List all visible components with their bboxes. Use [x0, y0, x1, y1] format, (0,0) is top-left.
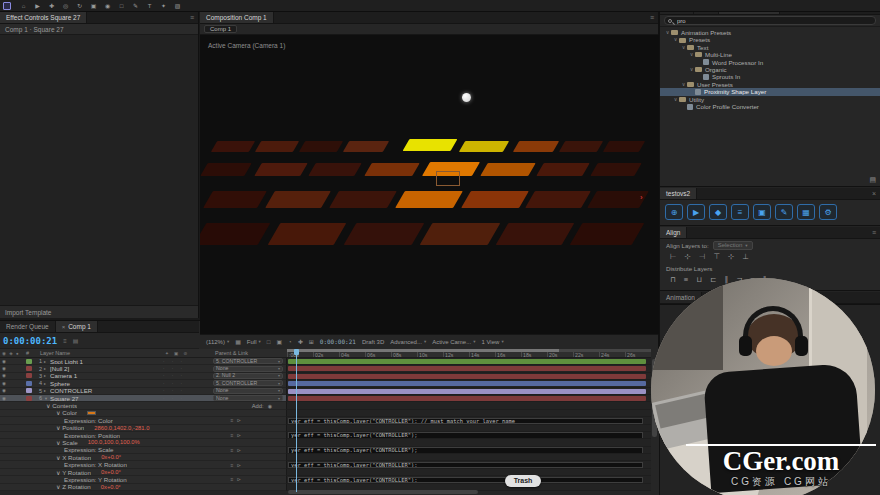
timeline-row[interactable]: ◉1▸Spot Light 1· · ·5. CONTROLLER▾	[0, 358, 651, 365]
comp-tile[interactable]	[364, 163, 420, 176]
comp-tile[interactable]	[254, 163, 308, 176]
tab-effect-controls[interactable]: Effect Controls Square 27	[0, 12, 87, 23]
color-swatch[interactable]	[87, 411, 96, 415]
magnification-menu[interactable]: (112%)▾	[206, 339, 229, 345]
comp-tile[interactable]	[480, 163, 536, 176]
timeline-row[interactable]: Expression: Y Rotation≡ ⊳yer eff = thisC…	[0, 476, 651, 483]
pen-icon[interactable]: ✎	[775, 204, 793, 220]
av-toggles[interactable]: ◉	[0, 366, 26, 371]
comp-tile[interactable]	[559, 141, 603, 152]
parent-dropdown[interactable]: 5. CONTROLLER▾	[213, 358, 283, 364]
timeline-row[interactable]: ∨ Position2860.0,1402.0,-281.0	[0, 425, 651, 432]
resolution-menu[interactable]: Full▾	[247, 339, 261, 345]
pen-tool-icon[interactable]: ✎	[131, 1, 140, 11]
renderer-menu[interactable]: Advanced...▾	[390, 339, 426, 345]
timeline-row[interactable]: Expression: Color≡ ⊳yer eff = thisComp.l…	[0, 417, 651, 424]
comp-tile[interactable]	[308, 163, 362, 176]
layer-switches[interactable]: · · ·	[163, 388, 213, 393]
align-left-icon[interactable]: ⊢	[670, 252, 677, 262]
align-right-icon[interactable]: ⊣	[699, 252, 706, 262]
timeline-row[interactable]: ∨ Y Rotation0x+0.0°	[0, 469, 651, 476]
camera-view-menu[interactable]: Active Came...▾	[432, 339, 475, 345]
tree-item[interactable]: ∨Animation Presets	[660, 29, 880, 36]
layer-duration-bar[interactable]	[288, 389, 646, 394]
align-target-dropdown[interactable]: Selection ▾	[713, 241, 753, 250]
align-top-icon[interactable]: ⊤	[713, 252, 720, 262]
layer-duration-bar[interactable]	[288, 374, 646, 379]
tree-item[interactable]: ∨Utility	[660, 96, 880, 103]
add-icon[interactable]: ⊕	[665, 204, 683, 220]
timeline-row[interactable]: ∨ Scale100.0,100.0,100.0%	[0, 439, 651, 446]
label-color[interactable]	[26, 359, 32, 364]
layers-icon[interactable]: ▣	[753, 204, 771, 220]
layer-switches[interactable]: · · ·	[163, 366, 213, 371]
exposure-icon[interactable]: ✚	[298, 338, 303, 345]
expression-field[interactable]: yer eff = thisComp.layer("CONTROLLER"); …	[288, 418, 643, 424]
panel-menu-icon[interactable]: ≡	[646, 12, 658, 23]
comp-tile[interactable]	[268, 223, 347, 245]
timeline-row[interactable]: Expression: X Rotation≡ ⊳yer eff = thisC…	[0, 461, 651, 468]
expression-icons[interactable]: ≡ ⊳	[231, 417, 243, 423]
current-time-display[interactable]: 0:00:00:21	[3, 336, 57, 346]
timeline-tab-comp-1[interactable]: ×Comp 1	[56, 321, 98, 332]
home-tool-icon[interactable]: ⌂	[19, 1, 28, 11]
tree-item[interactable]: ∨Multi-Line	[660, 51, 880, 58]
new-preset-icon[interactable]: ▤	[869, 176, 876, 184]
label-color[interactable]	[26, 396, 32, 401]
expression-field[interactable]: yer eff = thisComp.layer("CONTROLLER");	[288, 477, 643, 483]
comp-tile[interactable]	[603, 141, 645, 152]
timeline-row[interactable]: ◉5▸CONTROLLER· · ·None▾	[0, 388, 651, 395]
label-color[interactable]	[26, 381, 32, 386]
draft-3d-toggle[interactable]: Draft 3D	[362, 339, 384, 345]
layer-duration-bar[interactable]	[288, 359, 646, 364]
timeline-row[interactable]: ◉3▸Camera 1· · ·2. Null 2▾	[0, 373, 651, 380]
close-icon[interactable]: ×	[62, 324, 66, 330]
parent-dropdown[interactable]: None▾	[213, 395, 283, 401]
layer-duration-bar[interactable]	[288, 396, 646, 401]
comp-tile[interactable]	[395, 191, 463, 208]
timeline-row[interactable]: ◉6▼Square 27· · ·None▾	[0, 395, 651, 402]
add-button[interactable]: ◉	[268, 403, 272, 409]
label-color[interactable]	[26, 388, 32, 393]
timeline-row[interactable]: ◉4▸Sphere· · ·5. CONTROLLER▾	[0, 380, 651, 387]
orbit-camera-tool-icon[interactable]: ↻	[75, 1, 84, 11]
comp-tile[interactable]	[403, 139, 458, 151]
comp-tile[interactable]	[459, 141, 509, 152]
timeline-horizontal-scrollbar[interactable]	[288, 490, 478, 494]
av-toggles[interactable]: ◉	[0, 373, 26, 378]
pan-behind-tool-icon[interactable]: ◉	[103, 1, 112, 11]
panel-menu-icon[interactable]: ≡	[868, 227, 880, 238]
comp-tile[interactable]	[265, 191, 331, 208]
label-color[interactable]	[26, 366, 32, 371]
expression-icons[interactable]: ≡ ⊳	[231, 462, 243, 468]
tree-item[interactable]: ∨User Presets	[660, 81, 880, 88]
keyframe-icon[interactable]: ◆	[709, 204, 727, 220]
zoom-tool-icon[interactable]: ◎	[61, 1, 70, 11]
layer-switches[interactable]: · · ·	[163, 359, 213, 364]
timeline-row[interactable]: Expression: Position≡ ⊳yer eff = thisCom…	[0, 432, 651, 439]
tree-item[interactable]: Word Processor In	[660, 59, 880, 66]
timeline-row[interactable]: ∨ X Rotation0x+0.0°	[0, 454, 651, 461]
region-of-interest-icon[interactable]: □	[267, 339, 271, 345]
tab-composition[interactable]: Composition Comp 1	[200, 12, 274, 23]
comp-tile[interactable]	[329, 191, 397, 208]
comp-tile[interactable]	[461, 191, 529, 208]
parent-dropdown[interactable]: 2. Null 2▾	[213, 373, 283, 379]
comp-tile[interactable]	[255, 141, 299, 152]
type-tool-icon[interactable]: T	[145, 1, 154, 11]
expression-field[interactable]: yer eff = thisComp.layer("CONTROLLER");	[288, 462, 643, 468]
selection-tool-icon[interactable]: ▶	[33, 1, 42, 11]
brush-tool-icon[interactable]: ✦	[159, 1, 168, 11]
comp-tile[interactable]	[211, 141, 255, 152]
comp-tile[interactable]	[525, 191, 591, 208]
snapshot-icon[interactable]: ⊞	[309, 338, 314, 345]
av-toggles[interactable]: ◉	[0, 388, 26, 393]
comp-tile[interactable]	[344, 223, 425, 245]
tree-item[interactable]: Sprouts In	[660, 73, 880, 80]
settings-gear-icon[interactable]: ⚙	[819, 204, 837, 220]
playhead[interactable]	[296, 349, 297, 492]
av-toggles[interactable]: ◉	[0, 359, 26, 364]
camera-tool-icon[interactable]: ▣	[89, 1, 98, 11]
comp-viewport[interactable]: Active Camera (Camera 1) ›	[200, 35, 659, 334]
comp-tile[interactable]	[590, 163, 642, 176]
